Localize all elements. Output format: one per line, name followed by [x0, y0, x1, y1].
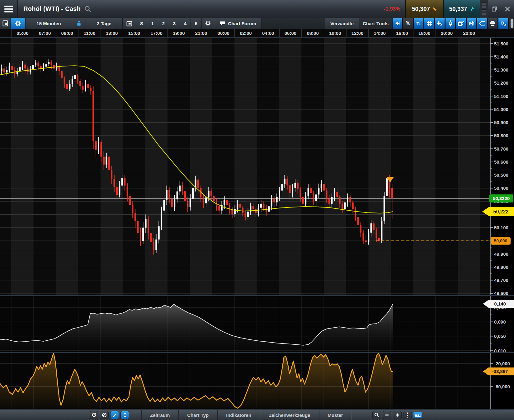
- svg-text:50,900: 50,900: [494, 120, 508, 125]
- svg-text:-60,000: -60,000: [494, 384, 510, 389]
- svg-text:50,700: 50,700: [494, 146, 508, 152]
- change-percent: -1,93%: [384, 6, 400, 12]
- buy-price: 50,337: [449, 6, 467, 12]
- gear-icon[interactable]: [11, 18, 26, 29]
- time-label: 13:00: [101, 29, 123, 37]
- svg-text:51,000: 51,000: [494, 107, 508, 112]
- grid-icon[interactable]: [424, 18, 435, 29]
- period-button-4[interactable]: 4: [180, 18, 191, 29]
- bottom-toolbar: ZeitraumChart TypIndikatorenZeichenwerkz…: [0, 410, 514, 420]
- printer-icon[interactable]: [488, 18, 498, 29]
- oscillator-value-badge: -33,867: [483, 367, 514, 375]
- page-numbers-icon[interactable]: 1234: [413, 412, 422, 418]
- sell-price-button[interactable]: 50,307: [405, 0, 443, 18]
- alert-price-badge: 50,000: [491, 237, 511, 245]
- background-bands: [0, 38, 490, 409]
- calendar-icon[interactable]: [123, 18, 136, 29]
- menu-indikatoren[interactable]: Indikatoren: [217, 410, 260, 420]
- bottom-menus: ZeitraumChart TypIndikatorenZeichenwerkz…: [141, 410, 352, 420]
- scrollbar-stub[interactable]: [511, 19, 513, 28]
- svg-text:50,000: 50,000: [494, 238, 507, 243]
- time-label: 22:00: [458, 29, 480, 37]
- chart-tools-label: Chart-Tools: [359, 18, 392, 29]
- chart-toolbar: 15 Minuten 2 Tage S12345 Chart Forum Ver…: [0, 18, 514, 29]
- svg-text:51,400: 51,400: [494, 54, 508, 59]
- period-button-s[interactable]: S: [136, 18, 147, 29]
- buy-arrow-up-icon: [470, 6, 474, 12]
- crosshair-icon[interactable]: [403, 411, 412, 419]
- candlestick-icon[interactable]: [445, 18, 456, 29]
- time-axis: 05:0007:0009:0011:0013:0015:0017:0019:00…: [0, 29, 514, 38]
- percent-icon[interactable]: %: [403, 18, 413, 29]
- toolbar-gap: [262, 18, 325, 29]
- period-speed-buttons: S12345: [136, 18, 202, 29]
- zoom-icon[interactable]: [372, 411, 381, 419]
- window-grip[interactable]: [480, 0, 488, 18]
- buy-price-button[interactable]: 50,337: [443, 0, 480, 18]
- sell-price: 50,307: [412, 6, 430, 12]
- time-label: 20:00: [436, 29, 458, 37]
- menu-icon[interactable]: [0, 0, 18, 18]
- svg-text:49,700: 49,700: [494, 278, 508, 283]
- compare-icon[interactable]: [466, 18, 477, 29]
- lock-icon[interactable]: [72, 18, 86, 29]
- up-down-icon[interactable]: [120, 411, 129, 419]
- time-label: 19:00: [167, 29, 190, 37]
- related-label: Verwandte: [330, 21, 354, 26]
- time-label: 04:00: [257, 29, 279, 37]
- time-label: 18:00: [413, 29, 436, 37]
- svg-text:50,600: 50,600: [494, 159, 508, 165]
- svg-text:-33,867: -33,867: [492, 369, 508, 374]
- time-label: 00:00: [212, 29, 234, 37]
- time-label: 15:00: [123, 29, 145, 37]
- svg-text:0,050: 0,050: [494, 334, 506, 339]
- svg-text:50,800: 50,800: [494, 133, 508, 138]
- period-button-2[interactable]: 2: [158, 18, 169, 29]
- time-label: 16:00: [391, 29, 413, 37]
- gear-icon[interactable]: [202, 18, 214, 29]
- period-button-3[interactable]: 3: [169, 18, 180, 29]
- back-arrow-icon[interactable]: [392, 18, 403, 29]
- ban-icon[interactable]: [100, 411, 109, 419]
- time-label: 06:00: [279, 29, 302, 37]
- minus-icon[interactable]: [383, 411, 391, 419]
- refresh-icon[interactable]: [90, 411, 98, 419]
- svg-text:50,3220: 50,3220: [493, 196, 510, 201]
- period-button-5[interactable]: 5: [191, 18, 202, 29]
- price-axis[interactable]: 49,60049,70049,80049,90050,00050,10050,2…: [490, 38, 510, 409]
- time-label: 07:00: [34, 29, 56, 37]
- title-bar: Rohöl (WTI) - Cash -1,93% 50,307 50,337: [0, 0, 514, 18]
- text-tool-icon[interactable]: Tt: [413, 18, 424, 29]
- restore-window-icon[interactable]: [488, 0, 501, 18]
- chart-forum-button[interactable]: Chart Forum: [214, 18, 262, 29]
- menu-zeichenwerkzeuge[interactable]: Zeichenwerkzeuge: [260, 410, 319, 420]
- menu-chart-typ[interactable]: Chart Typ: [178, 410, 217, 420]
- time-label: 10:00: [324, 29, 346, 37]
- search-icon[interactable]: [84, 6, 91, 12]
- svg-text:49,900: 49,900: [494, 251, 508, 257]
- menu-zeitraum[interactable]: Zeitraum: [141, 410, 178, 420]
- time-label: 11:00: [78, 29, 101, 37]
- related-button[interactable]: Verwandte: [325, 18, 359, 29]
- current-price-badge: 50,3220: [489, 194, 513, 203]
- windows-icon[interactable]: [456, 18, 466, 29]
- range-selector[interactable]: 2 Tage: [86, 18, 123, 29]
- interval-label: 15 Minuten: [36, 21, 61, 26]
- close-icon[interactable]: [501, 0, 514, 18]
- list-icon[interactable]: [0, 18, 11, 29]
- pencil-icon[interactable]: [110, 411, 119, 419]
- time-label: 14:00: [368, 29, 391, 37]
- menu-muster[interactable]: Muster: [319, 410, 352, 420]
- time-label: 21:00: [190, 29, 212, 37]
- svg-text:51,300: 51,300: [494, 67, 508, 72]
- chat-bubble-icon: [219, 21, 226, 26]
- time-label: 02:00: [234, 29, 257, 37]
- grid-pencil-icon[interactable]: [435, 18, 445, 29]
- shape-icon[interactable]: [477, 18, 488, 29]
- time-label: 05:00: [11, 29, 34, 37]
- gear-pencil-icon[interactable]: [498, 18, 509, 29]
- interval-selector[interactable]: 15 Minuten: [26, 18, 72, 29]
- plus-icon[interactable]: [393, 411, 402, 419]
- price-chart[interactable]: 49,60049,70049,80049,90050,00050,10050,2…: [0, 38, 514, 410]
- period-button-1[interactable]: 1: [147, 18, 158, 29]
